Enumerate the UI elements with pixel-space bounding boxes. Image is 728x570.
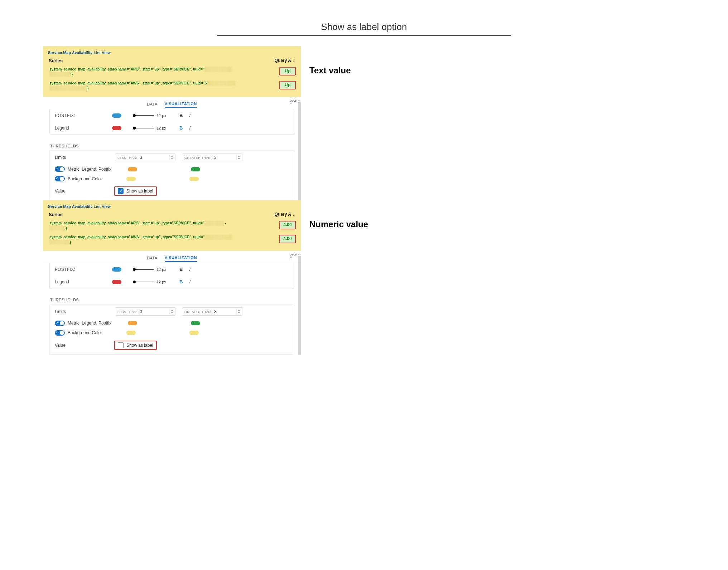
postfix-label: POSTFIX: [55,113,109,118]
show-as-label-checkbox[interactable] [118,342,124,348]
series-panel-header: Service Map Availability List View Serie… [43,200,301,251]
series-name: system_service_map_availability_state{na… [49,81,276,91]
legend-size-slider[interactable]: 12 px [133,126,169,130]
background-color-row: ✓ Background Color [50,328,294,338]
background-color-row: ✓ Background Color [50,174,294,184]
value-row: Value Show as label [50,338,294,354]
json-icon[interactable]: JSON≡ [290,99,297,105]
metric-legend-postfix-row: ✓ Metric, Legend, Postfix [50,164,294,174]
value-row: Value ✓ Show as label [50,184,294,200]
stepper-icon[interactable]: ▴▾ [236,155,240,160]
bold-button[interactable]: B [179,279,183,284]
metric-legend-postfix-row: ✓ Metric, Legend, Postfix [50,318,294,328]
config-panel: ︿ DATA VISUALIZATION JSON≡ POSTFIX: 12 p… [43,97,301,200]
series-label: Series [49,58,63,63]
show-as-label-highlight: ✓ Show as label [114,186,157,196]
postfix-size-slider[interactable]: 12 px [133,113,169,118]
series-value-badge: 4.00 [279,235,296,243]
bold-button[interactable]: B [179,267,183,272]
legend-label: Legend [55,279,109,284]
postfix-color-swatch[interactable] [112,113,121,118]
postfix-label: POSTFIX: [55,267,109,272]
threshold-high-color-swatch[interactable] [191,167,200,171]
metric-legend-postfix-label: Metric, Legend, Postfix [68,321,111,326]
bg-high-color-swatch[interactable] [189,177,199,181]
less-than-input[interactable]: LESS THAN: 3 ▴▾ [115,154,175,161]
italic-button[interactable]: I [189,113,191,118]
limits-row: Limits LESS THAN: 3 ▴▾ GREATER THAN: 3 ▴… [50,305,294,318]
series-row: system_service_map_availability_state{na… [48,219,296,233]
caption-numeric-value: Numeric value [309,200,368,229]
show-as-label-text: Show as label [126,343,153,348]
page-title-row: Show as label option [7,21,721,33]
background-color-label: Background Color [68,330,102,335]
query-tag[interactable]: Query A ↓ [275,211,295,217]
series-value-badge: Up [279,67,296,75]
less-than-input[interactable]: LESS THAN: 3 ▴▾ [115,307,175,315]
series-label: Series [49,212,63,217]
postfix-row: POSTFIX: 12 px B I [50,109,294,122]
series-row: system_service_map_availability_state{na… [48,79,296,93]
legend-label: Legend [55,126,109,131]
sort-down-icon[interactable]: ↓ [293,211,295,217]
metric-legend-postfix-label: Metric, Legend, Postfix [68,167,111,172]
limits-row: Limits LESS THAN: 3 ▴▾ GREATER THAN: 3 ▴… [50,151,294,164]
series-header-row: Series Query A ↓ [48,211,296,219]
postfix-color-swatch[interactable] [112,267,121,272]
metric-legend-postfix-toggle[interactable]: ✓ [55,166,65,172]
page-title: Show as label option [321,21,407,33]
italic-button[interactable]: I [189,125,191,131]
query-tag-text: Query A [275,58,291,63]
bold-button[interactable]: B [179,125,183,131]
legend-row: Legend 12 px B I [50,276,294,288]
show-as-label-text: Show as label [126,189,153,194]
title-divider [217,35,511,36]
style-controls-card: POSTFIX: 12 px B I Legend [49,109,294,135]
tab-visualization[interactable]: VISUALIZATION [165,254,197,262]
background-color-toggle[interactable]: ✓ [55,330,65,336]
bg-low-color-swatch[interactable] [126,177,136,181]
scrollbar[interactable]: ︿ [298,97,301,200]
series-panel-header: Service Map Availability List View Serie… [43,46,301,97]
greater-than-input[interactable]: GREATER THAN: 3 ▴▾ [182,307,242,315]
config-panel: ︿ DATA VISUALIZATION JSON≡ POSTFIX: 12 p… [43,251,301,354]
legend-color-swatch[interactable] [112,280,121,284]
threshold-low-color-swatch[interactable] [128,167,137,171]
json-icon[interactable]: JSON≡ [290,253,297,259]
stepper-icon[interactable]: ▴▾ [169,155,173,160]
show-as-label-checkbox[interactable]: ✓ [118,188,124,194]
thresholds-heading: THRESHOLDS [43,140,301,150]
italic-button[interactable]: I [189,267,191,272]
tab-visualization[interactable]: VISUALIZATION [165,100,197,108]
bg-low-color-swatch[interactable] [126,331,136,335]
threshold-high-color-swatch[interactable] [191,321,200,325]
widget-title: Service Map Availability List View [48,203,296,211]
greater-than-input[interactable]: GREATER THAN: 3 ▴▾ [182,154,242,161]
series-value-badge: Up [279,81,296,89]
metric-legend-postfix-toggle[interactable]: ✓ [55,321,65,326]
series-value-badge: 4.00 [279,221,296,229]
italic-button[interactable]: I [189,279,191,284]
tab-data[interactable]: DATA [147,254,158,262]
bold-button[interactable]: B [179,113,183,118]
legend-size-slider[interactable]: 12 px [133,280,169,284]
sort-down-icon[interactable]: ↓ [293,58,295,63]
tab-data[interactable]: DATA [147,101,158,108]
postfix-size-slider[interactable]: 12 px [133,267,169,272]
bg-high-color-swatch[interactable] [189,331,199,335]
scrollbar[interactable]: ︿ [298,251,301,354]
caption-text-value: Text value [309,46,351,75]
series-row: system_service_map_availability_state{na… [48,233,296,247]
legend-row: Legend 12 px B I [50,122,294,134]
background-color-toggle[interactable]: ✓ [55,176,65,181]
query-tag[interactable]: Query A ↓ [275,58,295,63]
thresholds-card: Limits LESS THAN: 3 ▴▾ GREATER THAN: 3 ▴… [49,304,294,354]
stepper-icon[interactable]: ▴▾ [169,309,173,314]
query-tag-text: Query A [275,212,291,217]
limits-label: Limits [55,309,109,314]
threshold-low-color-swatch[interactable] [128,321,137,325]
tabs: DATA VISUALIZATION JSON≡ [43,97,301,109]
postfix-row: POSTFIX: 12 px B I [50,263,294,276]
legend-color-swatch[interactable] [112,126,121,130]
stepper-icon[interactable]: ▴▾ [236,309,240,314]
